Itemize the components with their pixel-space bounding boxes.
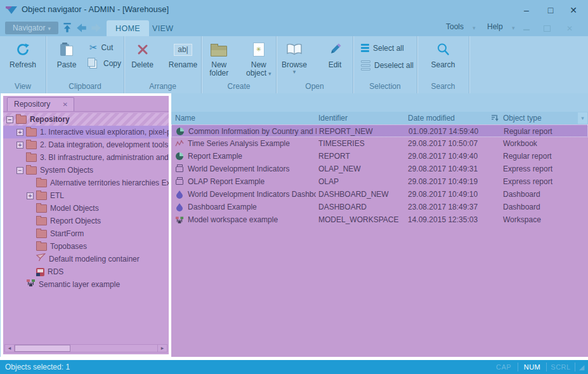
tools-chevron-icon[interactable]: ▾	[473, 25, 476, 31]
search-label: Search	[431, 60, 455, 69]
tree-node-model-objects[interactable]: Model Objects	[3, 202, 169, 215]
tree-node-section3[interactable]: 3. BI infrastructure, administration and…	[3, 151, 169, 164]
object-navigator-window: Object navigator - ADMIN - [Warehouse] –…	[0, 0, 588, 374]
chevron-down-icon: ▾	[48, 25, 51, 32]
new-object-button[interactable]: New object▾	[242, 40, 277, 78]
cell-name: Time Series Analysis Example	[188, 137, 290, 150]
tree-node-startform[interactable]: StartForm	[3, 227, 169, 240]
tree-node-section1[interactable]: 1. Interactive visual exploration, pixel…	[3, 126, 169, 138]
tree-horizontal-scrollbar[interactable]: ◂ ▸	[4, 344, 167, 352]
up-level-button[interactable]	[61, 22, 74, 34]
delete-button[interactable]: Delete	[125, 40, 160, 69]
expand-icon[interactable]	[16, 142, 23, 149]
ribbon-group-create: New folder New object▾ Create	[202, 36, 277, 93]
tree-node-system-objects[interactable]: System Objects	[3, 164, 169, 177]
cell-type: Express report	[503, 175, 585, 188]
tree-node-modeling-container[interactable]: Default modeling container	[3, 253, 169, 265]
cut-button[interactable]: ✂ Cut	[89, 43, 121, 52]
group-caption-open: Open	[277, 82, 353, 91]
scroll-left-icon[interactable]: ◂	[5, 345, 15, 352]
new-folder-button[interactable]: New folder	[202, 40, 237, 77]
copy-button[interactable]: Copy	[89, 58, 121, 69]
tree-node-rds[interactable]: RDS	[3, 265, 169, 278]
rename-label: Rename	[169, 60, 197, 69]
scrollbar-thumb[interactable]	[15, 345, 70, 352]
delete-label: Delete	[131, 60, 154, 69]
cell-date: 29.08.2017 10:50:07	[408, 137, 502, 150]
tree-node-etl[interactable]: ETL	[3, 189, 169, 202]
navigator-menu-button[interactable]: Navigator▾	[5, 22, 58, 34]
close-button[interactable]: ✕	[563, 3, 584, 18]
table-row[interactable]: Model workspace example MODEL_WORKSPACE …	[171, 213, 588, 226]
collapse-icon[interactable]	[16, 167, 23, 174]
sort-descending-icon[interactable]	[492, 115, 499, 121]
tree-node-repository[interactable]: Repository	[3, 113, 169, 126]
ribbon-group-search: Search Search	[417, 36, 469, 93]
browse-label: Browse	[282, 60, 307, 69]
app-logo-icon	[6, 6, 17, 14]
paste-button[interactable]: Paste	[49, 40, 84, 69]
column-header-date-modified[interactable]: Date modified	[408, 112, 455, 124]
refresh-button[interactable]: Refresh	[5, 40, 41, 69]
table-row[interactable]: OLAP Report Example OLAP 29.08.2017 10:4…	[171, 175, 588, 188]
help-menu[interactable]: Help	[487, 22, 503, 31]
column-header-identifier[interactable]: Identifier	[318, 112, 348, 124]
table-row[interactable]: Report Example REPORT 29.08.2017 10:49:4…	[171, 150, 588, 163]
tree-node-semantic-layer[interactable]: Semantic layer example	[3, 278, 169, 291]
close-tab-icon[interactable]: ✕	[63, 98, 68, 111]
tools-menu[interactable]: Tools	[446, 22, 464, 31]
folder-icon	[36, 192, 47, 200]
object-list-panel: Name Identifier Date modified Object typ…	[171, 93, 588, 357]
edit-button[interactable]: Edit	[317, 40, 353, 69]
table-row[interactable]: World Development Indicators OLAP_NEW 29…	[171, 163, 588, 175]
tree-node-section2[interactable]: 2. Data integration, development tools a	[3, 138, 169, 151]
expand-icon[interactable]	[27, 192, 34, 199]
cell-date: 29.08.2017 10:49:19	[408, 175, 502, 188]
repository-tab-label: Repository	[14, 100, 50, 109]
scroll-right-icon[interactable]: ▸	[157, 345, 167, 352]
tree-node-topobases[interactable]: Topobases	[3, 240, 169, 253]
help-chevron-icon[interactable]: ▾	[512, 25, 515, 31]
group-caption-view: View	[0, 82, 46, 91]
mdi-close-button[interactable]: ✕	[561, 23, 578, 34]
cell-type: Dashboard	[503, 201, 585, 213]
back-button[interactable]	[75, 22, 88, 34]
select-all-button[interactable]: Select all	[361, 43, 414, 53]
browse-button[interactable]: Browse ▾	[277, 40, 312, 74]
minimize-button[interactable]: –	[516, 3, 537, 18]
mdi-minimize-button[interactable]	[518, 23, 535, 34]
column-header-object-type[interactable]: Object type	[503, 112, 542, 124]
deselect-all-button[interactable]: Deselect all	[361, 59, 414, 72]
browse-book-icon	[286, 43, 303, 57]
table-row[interactable]: Time Series Analysis Example TIMESERIES …	[171, 137, 588, 150]
repository-tab[interactable]: Repository ✕	[7, 97, 74, 111]
group-caption-create: Create	[202, 82, 276, 91]
chevron-down-icon: ▾	[277, 69, 312, 74]
table-row[interactable]: Common Information by Country and Ra... …	[171, 124, 588, 137]
forward-button[interactable]	[89, 22, 102, 34]
tree-node-report-objects[interactable]: Report Objects	[3, 215, 169, 227]
expand-icon[interactable]	[16, 129, 23, 136]
num-lock-indicator: NUM	[518, 363, 546, 371]
rename-button[interactable]: ab| Rename	[166, 40, 201, 69]
tab-view[interactable]: VIEW	[143, 20, 183, 36]
refresh-icon	[15, 42, 30, 57]
mdi-restore-button[interactable]	[539, 23, 555, 34]
cell-name: Common Information by Country and Ra...	[188, 125, 317, 138]
maximize-button[interactable]: □	[540, 3, 561, 18]
tree-node-alt-territories[interactable]: Alternative territories hierarchies Exam	[3, 177, 169, 189]
tree-node-label: RDS	[48, 265, 63, 278]
table-row[interactable]: World Development Indicators Dashboard D…	[171, 188, 588, 201]
tree-node-label: Default modeling container	[49, 253, 140, 265]
table-row[interactable]: Dashboard Example DASHBOARD 23.08.2017 1…	[171, 201, 588, 213]
column-header-name[interactable]: Name	[175, 112, 195, 124]
search-button[interactable]: Search	[426, 40, 461, 69]
deselect-all-icon	[361, 59, 370, 72]
resize-grip-icon[interactable]: ◢	[575, 360, 588, 374]
tree-node-label: 2. Data integration, development tools a	[40, 138, 169, 151]
collapse-icon[interactable]	[6, 116, 13, 123]
tree-tabstrip: Repository ✕	[3, 96, 169, 112]
select-all-icon	[361, 43, 369, 53]
ribbon-group-open: Browse ▾ Edit Open	[277, 36, 353, 93]
header-dropdown-icon[interactable]: ▾	[578, 112, 587, 124]
